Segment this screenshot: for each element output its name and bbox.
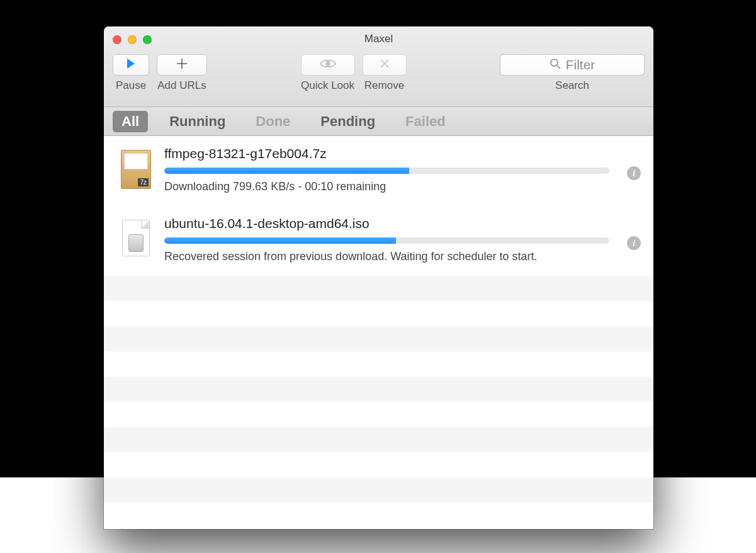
remove-button[interactable]	[363, 54, 407, 76]
list-stripe	[104, 301, 653, 326]
download-filename: ffmpeg-81321-g17eb004.7z	[164, 146, 609, 161]
app-window: Maxel Pause Add URLs	[104, 26, 653, 529]
progress-fill	[164, 237, 396, 244]
download-filename: ubuntu-16.04.1-desktop-amd64.iso	[164, 216, 609, 231]
file-icon	[119, 216, 153, 256]
x-icon	[379, 58, 390, 72]
download-row[interactable]: 7z ffmpeg-81321-g17eb004.7z Downloading …	[104, 136, 653, 206]
info-icon: i	[627, 166, 641, 180]
file-icon: 7z	[119, 146, 153, 189]
list-stripe	[104, 427, 653, 452]
progress-bar	[164, 168, 609, 174]
list-stripe	[104, 377, 653, 402]
search-label: Search	[555, 79, 589, 92]
info-icon: i	[627, 236, 641, 250]
pause-button-label: Pause	[116, 79, 146, 92]
progress-fill	[164, 168, 409, 174]
list-stripe	[104, 402, 653, 427]
search-input[interactable]: Filter	[500, 54, 645, 76]
sevenz-icon: 7z	[121, 150, 151, 189]
pause-button[interactable]	[113, 54, 149, 76]
tab-done[interactable]: Done	[247, 111, 299, 132]
plus-icon	[176, 57, 188, 72]
titlebar: Maxel Pause Add URLs	[104, 26, 653, 107]
tab-running[interactable]: Running	[161, 111, 234, 132]
play-icon	[127, 59, 135, 71]
download-status: Downloading 799.63 KB/s - 00:10 remainin…	[164, 180, 609, 193]
progress-bar	[164, 237, 609, 244]
download-status: Recovered session from previous download…	[164, 250, 609, 263]
window-title: Maxel	[104, 33, 653, 45]
download-row[interactable]: ubuntu-16.04.1-desktop-amd64.iso Recover…	[104, 206, 653, 276]
remove-button-label: Remove	[364, 79, 404, 92]
add-urls-button[interactable]	[157, 54, 207, 76]
tab-pending[interactable]: Pending	[312, 111, 384, 132]
list-stripe	[104, 503, 653, 528]
list-stripe	[104, 351, 653, 377]
svg-point-1	[551, 59, 558, 66]
add-urls-button-label: Add URLs	[157, 79, 206, 92]
filter-tabs: All Running Done Pending Failed	[104, 107, 653, 136]
info-button[interactable]: i	[627, 236, 641, 250]
toolbar: Pause Add URLs Quick Look	[113, 54, 645, 106]
iso-icon	[122, 220, 150, 256]
tab-failed[interactable]: Failed	[397, 111, 454, 132]
svg-point-0	[325, 61, 330, 66]
list-stripe	[104, 477, 653, 503]
info-button[interactable]: i	[627, 166, 641, 180]
search-placeholder: Filter	[566, 57, 595, 72]
quick-look-button[interactable]	[301, 54, 355, 76]
downloads-list: 7z ffmpeg-81321-g17eb004.7z Downloading …	[104, 136, 653, 529]
list-stripe	[104, 326, 653, 351]
eye-icon	[319, 58, 337, 72]
search-icon	[550, 57, 561, 72]
tab-all[interactable]: All	[113, 111, 148, 132]
list-stripe	[104, 452, 653, 477]
quick-look-button-label: Quick Look	[301, 79, 354, 92]
list-stripe	[104, 276, 653, 301]
